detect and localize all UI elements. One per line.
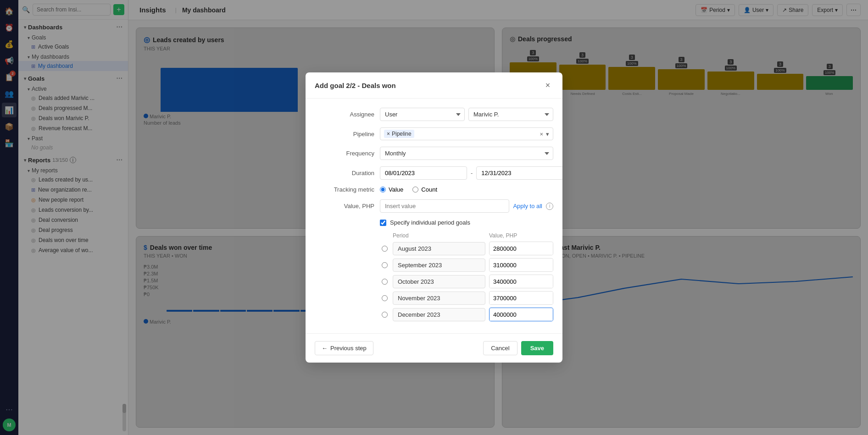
tracking-value-label: Value <box>389 186 403 193</box>
assignee-inputs: User Marivic P. <box>380 108 553 121</box>
period-name-4 <box>393 308 485 321</box>
assignee-label: Assignee <box>315 111 374 118</box>
modal-body: Assignee User Marivic P. Pipeline × Pipe <box>306 99 562 333</box>
pipeline-clear-icon[interactable]: × <box>540 131 543 138</box>
period-value-2[interactable] <box>490 275 553 288</box>
assignee-name-select[interactable]: Marivic P. <box>468 108 553 121</box>
specify-individual-row: Specify individual period goals <box>380 219 553 226</box>
specify-individual-checkbox[interactable] <box>380 220 386 226</box>
period-table-header: Period Value, PHP <box>380 232 553 239</box>
value-info-icon[interactable]: i <box>546 203 553 210</box>
period-name-3 <box>393 292 485 305</box>
frequency-label: Frequency <box>315 150 374 157</box>
pipeline-label: Pipeline <box>315 131 374 138</box>
value-inputs: Apply to all i <box>380 199 553 213</box>
modal-footer: ← Previous step Cancel Save <box>306 333 562 363</box>
period-radio-4[interactable] <box>382 312 388 318</box>
prev-step-button[interactable]: ← Previous step <box>315 341 373 355</box>
period-radio-3[interactable] <box>382 295 388 301</box>
period-name-1 <box>393 259 485 272</box>
prev-step-label: Previous step <box>330 345 367 352</box>
modal-header: Add goal 2/2 - Deals won × <box>306 72 562 99</box>
period-row-2: ▲ ▼ <box>380 275 553 288</box>
tracking-count-option[interactable]: Count <box>412 186 437 193</box>
apply-to-all-button[interactable]: Apply to all <box>513 203 542 209</box>
cancel-button[interactable]: Cancel <box>483 341 517 355</box>
tracking-count-radio[interactable] <box>412 187 418 193</box>
tracking-value-option[interactable]: Value <box>380 186 403 193</box>
period-row-0: ▲ ▼ <box>380 242 553 255</box>
date-separator: - <box>471 170 473 176</box>
period-value-wrapper-4: ▲ ▼ <box>489 308 553 321</box>
pipeline-row: Pipeline × Pipeline × ▾ <box>315 127 553 140</box>
pipeline-chevron-icon[interactable]: ▾ <box>546 131 549 138</box>
period-table: Period Value, PHP ▲ ▼ <box>380 232 553 321</box>
modal-overlay: Add goal 2/2 - Deals won × Assignee User… <box>0 0 868 435</box>
tracking-count-label: Count <box>421 186 437 193</box>
period-row-4: ▲ ▼ <box>380 308 553 321</box>
date-range: - × <box>380 166 562 180</box>
value-row: Value, PHP Apply to all i <box>315 199 553 213</box>
value-php-label: Value, PHP <box>315 203 374 209</box>
period-value-4[interactable] <box>490 308 553 321</box>
value-col-header: Value, PHP <box>489 232 553 239</box>
period-value-wrapper-3: ▲ ▼ <box>489 291 553 305</box>
prev-arrow-icon: ← <box>322 345 328 352</box>
assignee-type-select[interactable]: User <box>380 108 465 121</box>
period-radio-2[interactable] <box>382 279 388 285</box>
add-goal-modal: Add goal 2/2 - Deals won × Assignee User… <box>306 72 562 363</box>
pipeline-tag: × Pipeline <box>384 130 414 138</box>
duration-start-input[interactable] <box>380 166 467 180</box>
period-value-wrapper-2: ▲ ▼ <box>489 275 553 288</box>
tracking-row: Tracking metric Value Count <box>315 186 553 193</box>
period-value-1[interactable] <box>490 259 553 271</box>
modal-title: Add goal 2/2 - Deals won <box>315 82 396 89</box>
frequency-select[interactable]: Monthly <box>380 147 553 160</box>
footer-actions: Cancel Save <box>483 341 553 355</box>
pipeline-x-icon[interactable]: × <box>387 131 390 137</box>
tracking-value-radio[interactable] <box>380 187 386 193</box>
duration-label: Duration <box>315 170 374 176</box>
save-button[interactable]: Save <box>521 341 553 355</box>
frequency-row: Frequency Monthly <box>315 147 553 160</box>
period-radio-1[interactable] <box>382 262 388 268</box>
pipeline-value: Pipeline <box>392 131 412 137</box>
assignee-row: Assignee User Marivic P. <box>315 108 553 121</box>
period-row-1: ▲ ▼ <box>380 258 553 272</box>
period-value-0[interactable] <box>490 242 553 255</box>
specify-individual-label[interactable]: Specify individual period goals <box>390 219 470 226</box>
pipeline-field[interactable]: × Pipeline × ▾ <box>380 127 553 140</box>
period-col-header: Period <box>393 232 485 239</box>
duration-row: Duration - × <box>315 166 553 180</box>
period-value-wrapper-1: ▲ ▼ <box>489 258 553 272</box>
period-value-3[interactable] <box>490 292 553 304</box>
period-name-2 <box>393 275 485 288</box>
period-name-0 <box>393 242 485 255</box>
period-radio-0[interactable] <box>382 246 388 252</box>
modal-close-button[interactable]: × <box>542 80 553 91</box>
period-row-3: ▲ ▼ <box>380 291 553 305</box>
period-value-wrapper-0: ▲ ▼ <box>489 242 553 255</box>
tracking-options: Value Count <box>380 186 437 193</box>
duration-end-input[interactable] <box>476 166 562 180</box>
value-input[interactable] <box>380 199 509 213</box>
tracking-label: Tracking metric <box>315 186 374 193</box>
